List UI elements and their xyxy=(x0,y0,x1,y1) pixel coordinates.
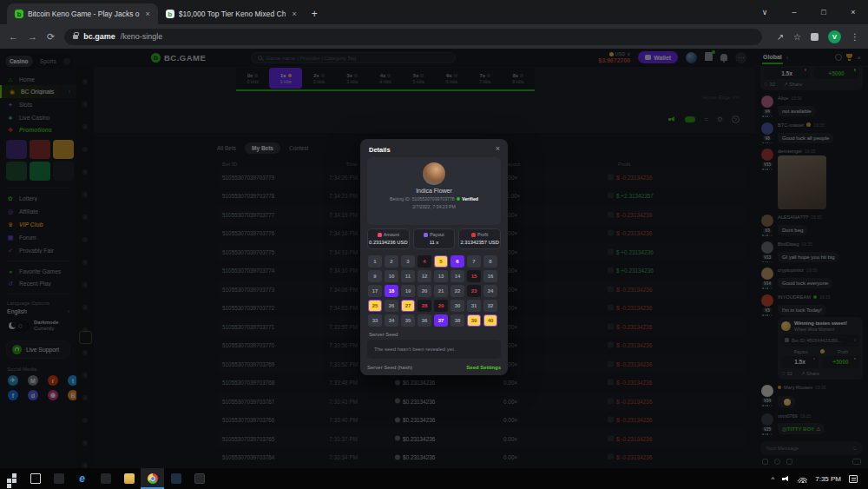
app-icon xyxy=(54,473,64,484)
window-controls: ∨ – □ × xyxy=(750,0,868,24)
share-icon[interactable]: ↗ xyxy=(777,32,784,42)
taskbar-app[interactable] xyxy=(23,468,47,489)
tab-title: Bitcoin Keno Game - Play Jacks o xyxy=(28,10,140,18)
keno-tile: 36 xyxy=(418,314,431,327)
keno-tile: 18 xyxy=(385,285,398,297)
taskbar-app[interactable] xyxy=(94,468,117,489)
keno-tile: 26 xyxy=(385,300,398,312)
tab-close-icon[interactable]: × xyxy=(292,10,296,18)
stat-value: 2.31342357 USD xyxy=(459,240,500,245)
stat-box: Profit 2.31342357 USD xyxy=(458,228,501,249)
keno-tile: 12 xyxy=(418,270,431,282)
taskbar-app[interactable] xyxy=(47,468,70,489)
bcgame-favicon: b xyxy=(166,10,174,18)
bookmark-star-icon[interactable]: ☆ xyxy=(793,32,801,42)
server-seed-value: The seed hasn't been revealed yet. xyxy=(367,340,501,359)
volume-icon[interactable] xyxy=(782,476,790,482)
url-path: /keno-single xyxy=(121,32,163,41)
keno-tile: 22 xyxy=(450,285,464,297)
reload-icon[interactable]: ⟳ xyxy=(47,31,55,43)
keno-tile: 13 xyxy=(434,270,448,282)
keno-tile: 4 xyxy=(418,255,431,268)
maximize-button[interactable]: □ xyxy=(809,0,838,24)
keno-tile: 25 xyxy=(368,300,382,312)
keno-tile: 29 xyxy=(434,300,448,312)
back-icon[interactable]: ← xyxy=(9,31,18,42)
seed-settings-link[interactable]: Seed Settings xyxy=(466,365,501,370)
app-icon xyxy=(101,473,111,484)
betting-id-line: Betting ID: 51055307039703778 Verified xyxy=(367,196,501,202)
tray-expand-icon[interactable]: ^ xyxy=(771,475,774,483)
extensions-icon[interactable] xyxy=(811,33,819,41)
keno-tile: 1 xyxy=(368,255,382,268)
taskbar-app[interactable] xyxy=(141,468,164,489)
windows-taskbar: e ^ 7:35 PM xyxy=(0,468,868,489)
modal-title: Details xyxy=(369,146,391,154)
player-avatar[interactable] xyxy=(423,162,445,185)
bet-details-modal: Details × Indica Flower Betting ID: 5105… xyxy=(360,139,508,375)
keno-tile: 27 xyxy=(401,300,415,312)
keno-tile: 37 xyxy=(434,314,448,327)
lock-icon xyxy=(73,35,78,39)
browser-tab-1[interactable]: b Bitcoin Keno Game - Play Jacks o × xyxy=(7,3,158,24)
keno-tile: 19 xyxy=(401,285,415,297)
tab-search-icon[interactable]: ∨ xyxy=(750,0,779,24)
tab-close-icon[interactable]: × xyxy=(146,10,150,18)
stat-label: Payout xyxy=(430,232,444,237)
player-name: Indica Flower xyxy=(367,188,501,194)
keno-tile: 24 xyxy=(483,285,497,297)
new-tab-button[interactable]: + xyxy=(312,8,318,20)
keno-tile: 16 xyxy=(483,270,497,282)
clock[interactable]: 7:35 PM xyxy=(815,475,841,483)
keno-tile: 31 xyxy=(467,300,481,312)
keno-tile: 33 xyxy=(368,314,382,327)
modal-close-icon[interactable]: × xyxy=(496,144,500,153)
taskbar-app[interactable] xyxy=(187,468,211,489)
betting-id: Betting ID: 51055307039703778 xyxy=(390,196,455,202)
tab-title: $10,000 Top Tier Keno Mixed Ch xyxy=(179,10,286,18)
keno-tile: 38 xyxy=(450,314,464,327)
browser-profile-avatar[interactable]: V xyxy=(828,30,841,43)
stat-label: Profit xyxy=(477,232,488,237)
keno-tile: 30 xyxy=(450,300,464,312)
verified-shield-icon xyxy=(457,197,461,202)
app-icon xyxy=(124,473,135,484)
system-tray: ^ 7:35 PM xyxy=(771,475,868,483)
seed-footer: Server Seed (hash) Seed Settings xyxy=(367,365,501,370)
keno-tile: 7 xyxy=(467,255,481,268)
taskbar-app[interactable] xyxy=(117,468,141,489)
network-icon[interactable] xyxy=(798,475,807,483)
keno-tile: 14 xyxy=(450,270,464,282)
keno-tile: 9 xyxy=(368,270,382,282)
url-host: bc.game xyxy=(83,32,115,41)
minimize-button[interactable]: – xyxy=(779,0,809,24)
menu-dots-icon[interactable]: ⋮ xyxy=(851,32,859,42)
keno-tile: 23 xyxy=(467,285,481,297)
taskbar-app[interactable]: e xyxy=(70,468,94,489)
action-center-icon[interactable] xyxy=(849,475,858,483)
browser-tab-2[interactable]: b $10,000 Top Tier Keno Mixed Ch × xyxy=(158,3,305,24)
keno-tile: 40 xyxy=(483,314,497,327)
screen: b Bitcoin Keno Game - Play Jacks o × b $… xyxy=(0,0,868,489)
stat-value: 0.23134236 USD xyxy=(368,240,409,245)
app-icon xyxy=(30,473,41,484)
keno-tile: 6 xyxy=(450,255,464,268)
keno-tile: 28 xyxy=(418,300,431,312)
url-bar[interactable]: bc.game/keno-single xyxy=(64,29,761,45)
keno-tile: 3 xyxy=(401,255,415,268)
taskbar-app[interactable] xyxy=(164,468,187,489)
browser-chrome: b Bitcoin Keno Game - Play Jacks o × b $… xyxy=(0,0,868,49)
stat-box: Payout 11 x xyxy=(413,228,456,249)
stat-icon xyxy=(378,233,382,237)
app-icon: e xyxy=(77,473,88,484)
bet-stats: Amount 0.23134236 USD Payout 11 x Profit… xyxy=(367,228,501,249)
keno-tile: 11 xyxy=(401,270,415,282)
keno-tile: 39 xyxy=(467,314,481,327)
forward-icon[interactable]: → xyxy=(28,31,37,42)
keno-grid: 1 2 3 4 5 6 7 8 9 10 xyxy=(368,255,497,327)
taskbar-app[interactable] xyxy=(0,468,23,489)
close-button[interactable]: × xyxy=(838,0,868,24)
page: Casino Sports ⌂ Home › ◉ BC Originals › xyxy=(0,49,868,468)
stat-label: Amount xyxy=(384,232,399,237)
keno-tile: 21 xyxy=(434,285,448,297)
